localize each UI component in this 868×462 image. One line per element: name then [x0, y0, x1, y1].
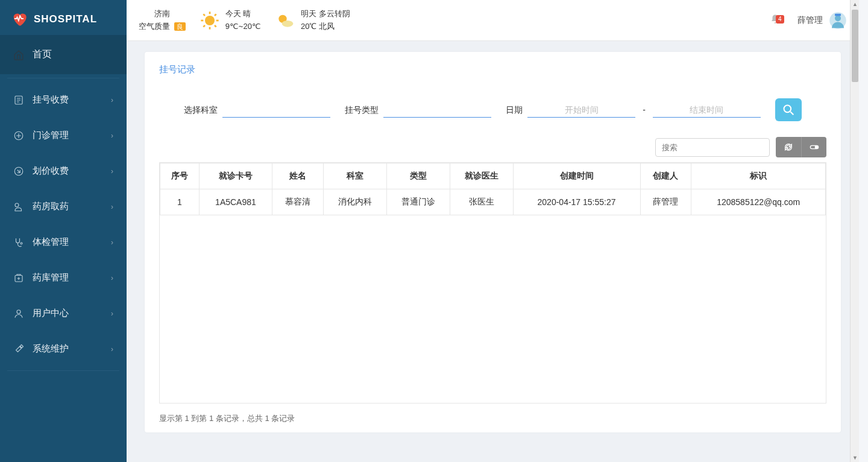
today-label: 今天 晴 [225, 8, 261, 21]
nav-label: 药库管理 [33, 272, 69, 283]
filter-type: 挂号类型 [345, 103, 491, 118]
outpatient-icon [13, 130, 24, 141]
scrollbar-thumb[interactable] [852, 10, 858, 82]
svg-point-7 [205, 16, 215, 25]
city-name: 济南 [139, 8, 186, 21]
nav-label: 体检管理 [33, 236, 69, 248]
col-creator[interactable]: 创建人 [640, 163, 691, 189]
user-icon [13, 308, 24, 319]
nav-label: 系统维护 [33, 343, 69, 355]
nav-home-label: 首页 [33, 48, 52, 61]
cell-dept: 消化内科 [324, 189, 387, 215]
topbar: 济南 空气质量 良 今天 晴 9℃~20℃ 明天 多云转阴 20℃ 北风 [127, 0, 859, 41]
dept-select[interactable] [222, 103, 330, 118]
cell-name: 慕容清 [272, 189, 324, 215]
notif-badge: 4 [776, 15, 784, 24]
filter-date-label: 日期 [506, 105, 523, 116]
sidebar: SHOSPITAL 首页 挂号收费 › 门诊管理 › 划价收费 › 药房取药 › [0, 0, 127, 462]
sidebar-divider [7, 370, 119, 371]
sidebar-divider [7, 78, 119, 78]
chevron-right-icon: › [111, 309, 113, 318]
cell-created: 2020-04-17 15:55:27 [513, 189, 640, 215]
col-dept[interactable]: 科室 [324, 163, 387, 189]
col-type[interactable]: 类型 [386, 163, 450, 189]
nav-label: 挂号收费 [33, 94, 69, 106]
table-search-input[interactable] [655, 138, 770, 157]
filter-date: 日期 - [506, 103, 761, 118]
pager-info: 显示第 1 到第 1 条记录，总共 1 条记录 [159, 413, 826, 424]
nav-pricing[interactable]: 划价收费 › [0, 153, 127, 189]
cell-no: 1 [160, 189, 200, 215]
content-scroll[interactable]: 挂号记录 选择科室 挂号类型 日期 - [127, 41, 859, 462]
svg-point-19 [835, 15, 841, 21]
tomorrow-label: 明天 多云转阴 [301, 8, 350, 21]
page-scrollbar[interactable]: ▲ ▼ [850, 0, 859, 462]
stethoscope-icon [13, 237, 24, 248]
chevron-right-icon: › [111, 274, 113, 282]
brand-name: SHOSPITAL [34, 13, 97, 25]
filter-search-button[interactable] [775, 98, 802, 121]
table-row[interactable]: 1 1A5CA981 慕容清 消化内科 普通门诊 张医生 2020-04-17 … [160, 189, 826, 215]
col-doctor[interactable]: 就诊医生 [450, 163, 513, 189]
tomorrow-temp: 20℃ 北风 [301, 21, 350, 33]
home-icon [13, 49, 24, 60]
notifications-button[interactable]: 4 [770, 14, 781, 27]
nav-pharmacy[interactable]: 药房取药 › [0, 189, 127, 224]
register-icon [13, 95, 24, 106]
refresh-button[interactable] [776, 137, 801, 157]
card-registration-records: 挂号记录 选择科室 挂号类型 日期 - [145, 52, 841, 432]
svg-line-22 [790, 112, 793, 115]
weather-city-block: 济南 空气质量 良 [139, 8, 186, 33]
nav-label: 药房取药 [33, 201, 69, 212]
cloudy-sun-icon [275, 11, 295, 30]
nav-exam[interactable]: 体检管理 › [0, 224, 127, 260]
col-mark[interactable]: 标识 [691, 163, 826, 189]
filter-type-label: 挂号类型 [345, 105, 379, 116]
date-start-input[interactable] [527, 103, 635, 118]
col-card[interactable]: 就诊卡号 [199, 163, 272, 189]
nav-outpatient[interactable]: 门诊管理 › [0, 118, 127, 153]
col-name[interactable]: 姓名 [272, 163, 324, 189]
toggle-button[interactable] [801, 137, 826, 157]
date-end-input[interactable] [653, 103, 761, 118]
pharmacy-icon [13, 201, 24, 212]
records-table: 序号 就诊卡号 姓名 科室 类型 就诊医生 创建时间 创建人 标识 [160, 163, 826, 215]
type-select[interactable] [383, 103, 491, 118]
search-icon [782, 104, 794, 116]
aqi-label: 空气质量 [139, 22, 170, 31]
pricing-icon [13, 166, 24, 177]
weather-today: 今天 晴 9℃~20℃ [200, 8, 261, 33]
col-created[interactable]: 创建时间 [513, 163, 640, 189]
cell-mark: 1208585122@qq.com [691, 189, 826, 215]
scroll-up-arrow[interactable]: ▲ [852, 1, 858, 7]
scroll-down-arrow[interactable]: ▼ [852, 455, 858, 461]
chevron-right-icon: › [111, 131, 113, 140]
cell-doctor: 张医生 [450, 189, 513, 215]
heartbeat-logo-icon [11, 11, 28, 28]
table-container: 序号 就诊卡号 姓名 科室 类型 就诊医生 创建时间 创建人 标识 [159, 162, 826, 403]
col-no[interactable]: 序号 [160, 163, 200, 189]
nav-drugstore[interactable]: 药库管理 › [0, 260, 127, 296]
sun-icon [200, 11, 219, 30]
nav-system[interactable]: 系统维护 › [0, 331, 127, 367]
username: 薛管理 [797, 15, 823, 26]
user-menu[interactable]: 薛管理 [797, 11, 847, 30]
wrench-icon [13, 344, 24, 355]
chevron-right-icon: › [111, 203, 113, 211]
today-temp: 9℃~20℃ [225, 21, 261, 33]
brand-block: SHOSPITAL [0, 0, 127, 35]
refresh-icon [784, 142, 793, 152]
nav-label: 用户中心 [33, 308, 69, 319]
svg-line-15 [215, 14, 216, 16]
nav-home[interactable]: 首页 [0, 35, 127, 74]
svg-line-14 [203, 25, 205, 27]
svg-point-21 [784, 106, 791, 113]
svg-line-13 [215, 25, 216, 27]
aqi-badge: 良 [174, 22, 186, 31]
nav-user-center[interactable]: 用户中心 › [0, 296, 127, 331]
chevron-right-icon: › [111, 345, 113, 353]
cell-card: 1A5CA981 [199, 189, 272, 215]
filter-dept-label: 选择科室 [184, 105, 218, 116]
nav-register-fee[interactable]: 挂号收费 › [0, 82, 127, 118]
nav-label: 划价收费 [33, 165, 69, 177]
